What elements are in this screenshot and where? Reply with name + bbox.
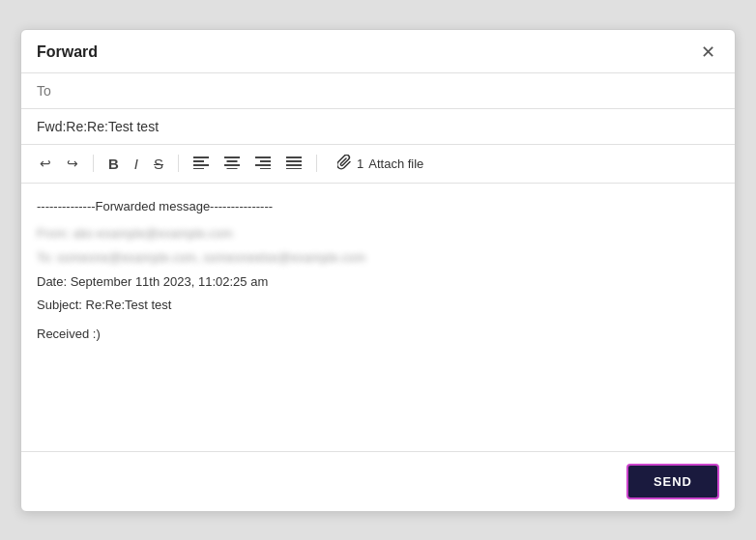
svg-rect-15	[286, 168, 302, 169]
italic-button[interactable]: I	[130, 153, 143, 175]
svg-rect-11	[260, 168, 271, 169]
svg-rect-8	[255, 156, 271, 158]
forwarded-divider: --------------Forwarded message---------…	[37, 197, 719, 217]
italic-icon: I	[134, 156, 138, 172]
toolbar-separator-2	[178, 155, 179, 172]
dialog-title: Forward	[37, 43, 98, 61]
bold-button[interactable]: B	[103, 153, 124, 175]
svg-rect-1	[193, 160, 204, 162]
align-right-button[interactable]	[250, 153, 276, 175]
svg-rect-14	[286, 164, 302, 166]
redo-icon: ↪	[67, 156, 78, 171]
strikethrough-icon: S	[154, 156, 163, 172]
svg-rect-6	[224, 164, 240, 166]
to-field[interactable]	[21, 73, 735, 109]
svg-rect-0	[193, 156, 209, 158]
svg-rect-4	[224, 156, 240, 158]
attach-icon	[337, 155, 352, 173]
to-line: To: someone@example.com, someoneelse@exa…	[37, 248, 719, 269]
svg-rect-12	[286, 156, 302, 158]
align-left-button[interactable]	[189, 153, 214, 175]
editor-area[interactable]: --------------Forwarded message---------…	[21, 184, 735, 451]
strikethrough-button[interactable]: S	[149, 153, 168, 175]
undo-button[interactable]: ↩	[35, 153, 56, 174]
justify-icon	[286, 156, 302, 172]
attach-label: Attach file	[368, 156, 423, 171]
subject-meta-line: Subject: Re:Re:Test test	[37, 296, 719, 316]
editor-toolbar: ↩ ↪ B I S	[21, 145, 735, 184]
toolbar-separator-1	[93, 155, 94, 172]
undo-icon: ↩	[40, 156, 51, 171]
align-center-button[interactable]	[219, 153, 245, 175]
bold-icon: B	[108, 156, 119, 172]
attach-count: 1	[357, 156, 363, 171]
toolbar-separator-3	[316, 155, 317, 172]
svg-rect-7	[227, 168, 238, 169]
svg-rect-3	[193, 168, 204, 169]
svg-rect-5	[227, 160, 238, 162]
svg-rect-9	[260, 160, 271, 162]
justify-button[interactable]	[281, 153, 306, 175]
dialog-footer: SEND	[21, 451, 735, 511]
redo-button[interactable]: ↪	[62, 153, 83, 174]
svg-rect-10	[255, 164, 271, 166]
subject-field[interactable]	[21, 109, 735, 145]
svg-rect-13	[286, 160, 302, 162]
align-right-icon	[255, 156, 271, 172]
close-button[interactable]: ✕	[697, 42, 719, 63]
forward-dialog: Forward ✕ ↩ ↪ B I S	[20, 29, 736, 512]
body-line: Received :)	[37, 325, 719, 345]
align-center-icon	[224, 156, 240, 172]
send-button[interactable]: SEND	[626, 464, 719, 499]
svg-rect-2	[193, 164, 209, 166]
align-left-icon	[193, 156, 209, 172]
from-line: From: abc-example@example.com	[37, 224, 719, 244]
date-line: Date: September 11th 2023, 11:02:25 am	[37, 272, 719, 293]
dialog-header: Forward ✕	[21, 30, 735, 73]
attach-file-button[interactable]: 1 Attach file	[331, 152, 430, 176]
